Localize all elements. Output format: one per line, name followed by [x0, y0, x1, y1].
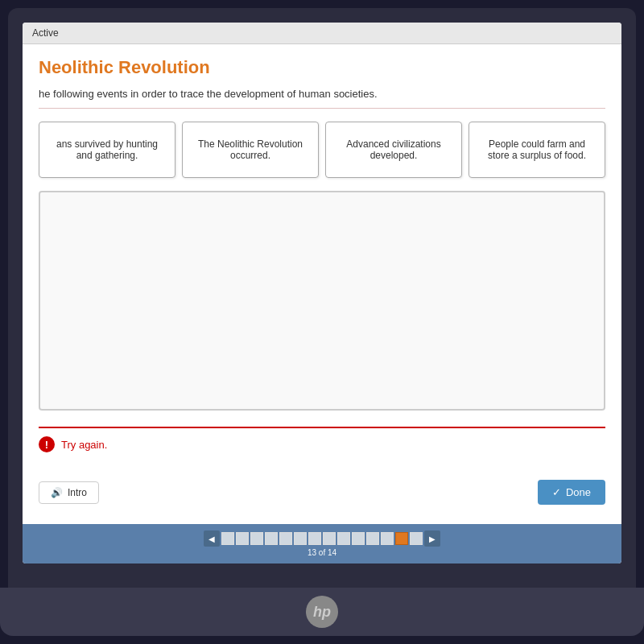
speaker-icon: 🔊	[51, 487, 63, 498]
squares-row: ◀ ▶	[204, 530, 440, 547]
page-title: Neolithic Revolution	[39, 57, 605, 78]
feedback-icon: !	[39, 436, 55, 452]
card-2[interactable]: The Neolithic Revolution occurred.	[182, 122, 319, 178]
instruction-text: he following events in order to trace th…	[39, 88, 605, 109]
nav-square-3[interactable]	[250, 532, 263, 545]
intro-label: Intro	[68, 487, 87, 498]
intro-button[interactable]: 🔊 Intro	[39, 481, 99, 504]
card-3[interactable]: Advanced civilizations developed.	[325, 122, 462, 178]
status-bar: Active	[23, 23, 621, 44]
bottom-controls: 🔊 Intro ✓ Done	[39, 473, 605, 511]
drop-zone[interactable]	[39, 191, 605, 411]
nav-square-14[interactable]	[410, 532, 423, 545]
done-button[interactable]: ✓ Done	[538, 480, 605, 505]
active-label: Active	[32, 27, 59, 39]
cards-container: ans survived by hunting and gathering. T…	[39, 122, 605, 178]
nav-square-4[interactable]	[265, 532, 278, 545]
laptop-screen-bezel: Active Neolithic Revolution he following…	[8, 8, 636, 588]
nav-bar: ◀ ▶ 13 of 14	[23, 524, 621, 564]
nav-section: ◀ ▶ 13 of 14	[204, 530, 440, 557]
card-1[interactable]: ans survived by hunting and gathering.	[39, 122, 175, 178]
nav-square-8[interactable]	[323, 532, 336, 545]
nav-square-13[interactable]	[395, 532, 408, 545]
nav-square-2[interactable]	[236, 532, 249, 545]
nav-squares	[221, 532, 423, 545]
feedback-message: Try again.	[61, 439, 107, 451]
nav-square-6[interactable]	[294, 532, 307, 545]
nav-next-button[interactable]: ▶	[424, 530, 440, 547]
page-indicator: 13 of 14	[308, 548, 336, 557]
nav-square-5[interactable]	[279, 532, 292, 545]
screen: Active Neolithic Revolution he following…	[23, 23, 621, 564]
feedback-area: ! Try again.	[39, 427, 605, 460]
hp-logo: hp	[306, 596, 338, 628]
laptop-base: hp	[0, 588, 644, 636]
main-content: Neolithic Revolution he following events…	[23, 44, 621, 524]
nav-square-9[interactable]	[337, 532, 350, 545]
done-label: Done	[566, 486, 591, 498]
nav-square-1[interactable]	[221, 532, 234, 545]
nav-square-11[interactable]	[366, 532, 379, 545]
checkmark-icon: ✓	[552, 486, 561, 498]
nav-prev-button[interactable]: ◀	[204, 530, 220, 547]
nav-square-10[interactable]	[352, 532, 365, 545]
nav-square-7[interactable]	[308, 532, 321, 545]
nav-square-12[interactable]	[381, 532, 394, 545]
card-4[interactable]: People could farm and store a surplus of…	[469, 122, 605, 178]
